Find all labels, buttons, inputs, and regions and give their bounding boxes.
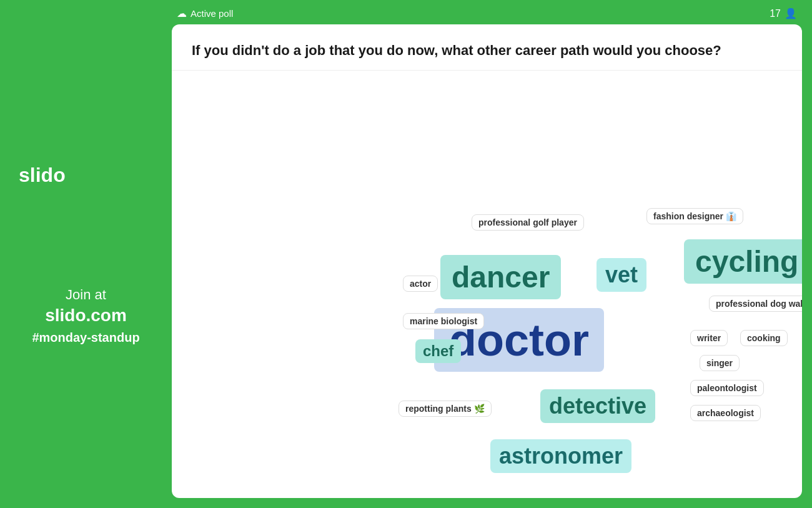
word-cloud-item: paleontologist [690, 380, 764, 396]
join-hash: #monday-standup [32, 331, 139, 345]
word-cloud-item: repotting plants 🌿 [399, 401, 492, 417]
join-text: Join at [32, 287, 139, 303]
people-icon: 👤 [785, 7, 797, 19]
topbar: ☁ Active poll 17 👤 [172, 7, 802, 24]
word-cloud-item: singer [700, 355, 740, 371]
poll-question: If you didn't do a job that you do now, … [172, 24, 802, 71]
logo: slido [19, 164, 66, 187]
word-cloud-item: vet [597, 258, 646, 292]
word-cloud-item: fashion designer 👔 [646, 208, 743, 224]
word-cloud: doctorcyclingdancerdetectiveastronomerve… [172, 71, 802, 498]
word-cloud-item: cooking [740, 330, 788, 346]
cloud-icon: ☁ [177, 7, 187, 19]
word-cloud-item: astronomer [490, 439, 631, 473]
word-cloud-item: cycling [684, 239, 802, 284]
active-poll-label: Active poll [191, 8, 233, 19]
word-cloud-item: professional golf player [472, 214, 584, 231]
sidebar: slido Join at slido.com #monday-standup [0, 0, 172, 508]
word-cloud-item: dancer [440, 255, 561, 299]
sidebar-join-info: Join at slido.com #monday-standup [32, 287, 139, 345]
topbar-right: 17 👤 [770, 7, 797, 19]
poll-card: If you didn't do a job that you do now, … [172, 24, 802, 498]
word-cloud-item: writer [690, 330, 728, 346]
word-cloud-item: archaeologist [690, 405, 761, 421]
participant-count: 17 [770, 8, 781, 19]
join-url: slido.com [32, 306, 139, 326]
word-cloud-item: professional dog walker [709, 296, 802, 312]
word-cloud-item: actor [403, 276, 438, 292]
word-cloud-item: marine biologist [403, 313, 484, 329]
main-content: ☁ Active poll 17 👤 If you didn't do a jo… [172, 0, 812, 508]
word-cloud-item: detective [540, 389, 655, 423]
word-cloud-item: chef [415, 339, 461, 363]
topbar-left: ☁ Active poll [177, 7, 233, 19]
